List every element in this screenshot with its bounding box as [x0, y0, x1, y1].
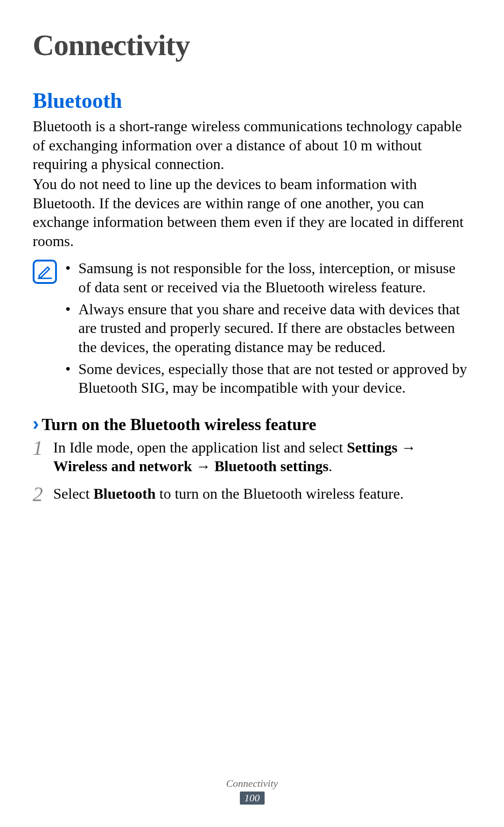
step-1: 1 In Idle mode, open the application lis… — [33, 437, 471, 476]
step-bold: Wireless and network — [53, 458, 192, 474]
note-icon — [33, 260, 57, 284]
subsection-header: › Turn on the Bluetooth wireless feature — [33, 413, 471, 434]
step-post: to turn on the Bluetooth wireless featur… — [156, 485, 404, 502]
step-pre: Select — [53, 485, 93, 502]
step-bold: Bluetooth — [93, 485, 155, 502]
bullet-icon: • — [65, 360, 78, 397]
step-post: . — [329, 458, 332, 474]
note-block: • Samsung is not responsible for the los… — [33, 259, 471, 400]
note-text: Some devices, especially those that are … — [78, 360, 471, 397]
page-title: Connectivity — [33, 28, 471, 63]
paragraph-2: You do not need to line up the devices t… — [33, 175, 471, 251]
note-text: Samsung is not responsible for the loss,… — [78, 259, 471, 297]
step-number: 2 — [33, 483, 53, 505]
step-arrow: → — [398, 439, 416, 456]
section-title: Bluetooth — [33, 88, 471, 113]
note-list: • Samsung is not responsible for the los… — [60, 259, 471, 400]
step-bold: Settings — [347, 439, 397, 456]
note-icon-wrap — [33, 259, 60, 400]
step-text: Select Bluetooth to turn on the Bluetoot… — [53, 483, 471, 505]
step-2: 2 Select Bluetooth to turn on the Blueto… — [33, 483, 471, 505]
page-footer: Connectivity 100 — [0, 778, 504, 805]
footer-page-number: 100 — [240, 792, 265, 805]
paragraph-1: Bluetooth is a short-range wireless comm… — [33, 117, 471, 174]
subsection: › Turn on the Bluetooth wireless feature… — [33, 413, 471, 505]
footer-section-name: Connectivity — [0, 778, 504, 790]
chevron-icon: › — [33, 413, 39, 434]
steps-list: 1 In Idle mode, open the application lis… — [33, 437, 471, 505]
bullet-icon: • — [65, 300, 78, 357]
subsection-title: Turn on the Bluetooth wireless feature — [42, 415, 316, 434]
bullet-icon: • — [65, 259, 78, 297]
step-pre: In Idle mode, open the application list … — [53, 439, 347, 456]
pencil-note-icon — [36, 263, 53, 280]
step-number: 1 — [33, 437, 53, 476]
note-item: • Always ensure that you share and recei… — [65, 300, 471, 357]
note-item: • Some devices, especially those that ar… — [65, 360, 471, 397]
step-arrow: → — [192, 458, 215, 474]
note-text: Always ensure that you share and receive… — [78, 300, 471, 357]
step-text: In Idle mode, open the application list … — [53, 437, 471, 476]
step-bold: Bluetooth settings — [215, 458, 329, 474]
note-item: • Samsung is not responsible for the los… — [65, 259, 471, 297]
